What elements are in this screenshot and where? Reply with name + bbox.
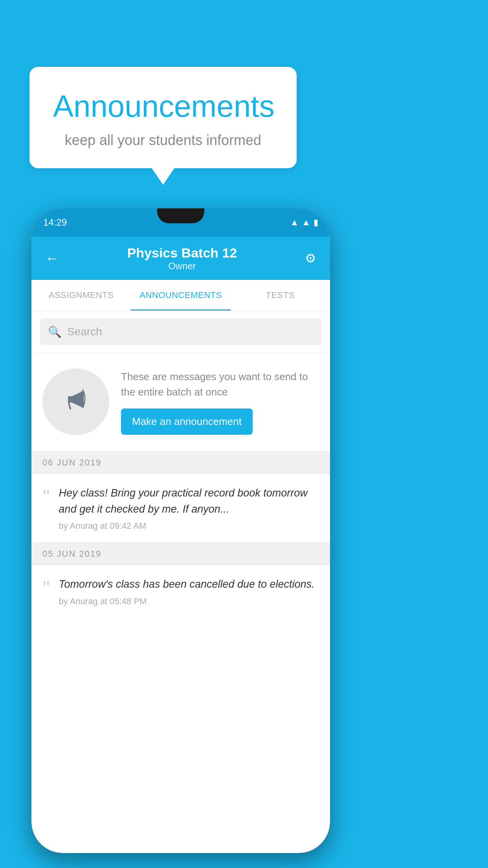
search-input[interactable]: Search [67,326,102,338]
promo-area: These are messages you want to send to t… [31,353,330,451]
promo-content: These are messages you want to send to t… [121,369,319,435]
tab-announcements[interactable]: ANNOUNCEMENTS [131,280,230,311]
date-separator-june06: 06 JUN 2019 [31,451,330,474]
status-bar: 14:29 ▲ ▲ ▮ [31,208,330,237]
signal-icon: ▲ [302,217,310,228]
announcement-content-2: Tomorrow's class has been cancelled due … [59,576,319,607]
settings-button[interactable]: ⚙ [301,247,320,270]
date-separator-june05: 05 JUN 2019 [31,542,330,565]
app-bar-title-area: Physics Batch 12 Owner [63,245,301,272]
megaphone-circle [42,368,109,435]
announcement-meta-1: by Anurag at 09:42 AM [59,521,319,531]
megaphone-icon [60,383,92,421]
app-bar-title: Physics Batch 12 [63,245,301,261]
bubble-title: Announcements [53,88,273,124]
announcement-content-1: Hey class! Bring your practical record b… [59,485,319,531]
bubble-subtitle: keep all your students informed [53,132,273,149]
back-button[interactable]: ← [41,246,63,270]
speech-bubble: Announcements keep all your students inf… [29,67,297,168]
quote-icon-2: " [42,578,50,597]
status-icons: ▲ ▲ ▮ [290,217,318,228]
promo-text: These are messages you want to send to t… [121,369,319,400]
search-icon: 🔍 [48,326,62,338]
announcement-item-2[interactable]: " Tomorrow's class has been cancelled du… [31,565,330,618]
announcement-text-2: Tomorrow's class has been cancelled due … [59,576,319,592]
search-container: 🔍 Search [31,311,330,353]
announcement-text-1: Hey class! Bring your practical record b… [59,485,319,517]
app-bar: ← Physics Batch 12 Owner ⚙ [31,237,330,280]
wifi-icon: ▲ [290,217,299,228]
tab-assignments[interactable]: ASSIGNMENTS [31,280,131,311]
announcement-meta-2: by Anurag at 05:48 PM [59,596,319,607]
phone-screen: 14:29 ▲ ▲ ▮ ← Physics Batch 12 Owner ⚙ A… [31,208,330,853]
notch [157,208,204,223]
status-time: 14:29 [43,217,67,228]
svg-rect-0 [68,396,72,403]
tabs: ASSIGNMENTS ANNOUNCEMENTS TESTS [31,280,330,311]
app-bar-subtitle: Owner [63,261,301,272]
quote-icon-1: " [42,487,50,506]
phone-frame: 14:29 ▲ ▲ ▮ ← Physics Batch 12 Owner ⚙ A… [31,208,330,853]
search-bar[interactable]: 🔍 Search [40,318,321,345]
announcement-item-1[interactable]: " Hey class! Bring your practical record… [31,474,330,542]
make-announcement-button[interactable]: Make an announcement [121,408,253,435]
tab-tests[interactable]: TESTS [231,280,330,311]
battery-icon: ▮ [314,217,318,228]
